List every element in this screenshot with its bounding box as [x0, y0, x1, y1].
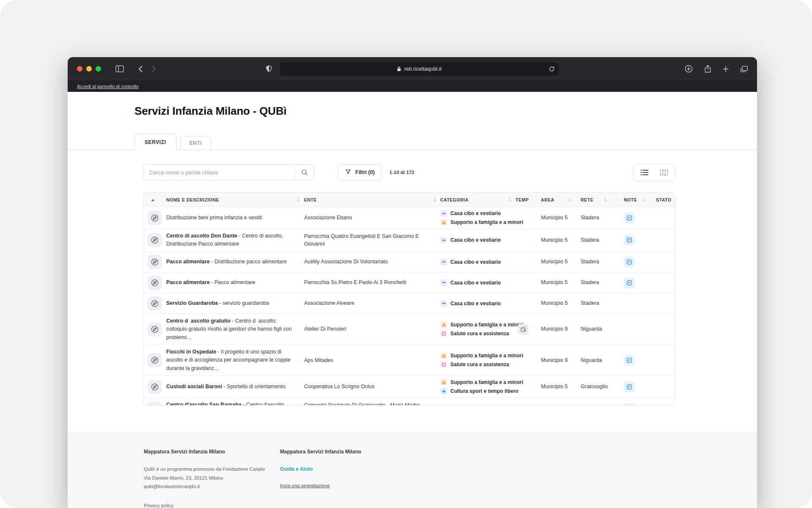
service-name: Pacco alimentare - Distribuzione pacco a…	[166, 258, 298, 266]
triangle-icon	[440, 352, 447, 359]
category-list: Casa cibo e vestiario	[440, 279, 516, 286]
desktop-background: reti.ricettaqubi.it	[0, 0, 812, 508]
calendar-icon[interactable]	[518, 324, 529, 335]
minus-icon	[440, 259, 447, 265]
note-icon[interactable]	[624, 235, 635, 246]
category-tag: Casa cibo e vestiario	[440, 210, 501, 217]
service-name: Centro d ascolto gratuito - Centro d asc…	[166, 317, 304, 342]
toolbar: Filtri (0) 1-10 di 172	[143, 163, 675, 181]
table-row[interactable]: Distribuzione beni prima infanzia e vest…	[143, 207, 675, 229]
table-row[interactable]: Centro di ascolto Don Dante - Centro di …	[143, 229, 675, 252]
tab-bar: SERVIZI ENTI	[134, 134, 757, 150]
page-title: Servizi Infanzia Milano - QUBì	[134, 105, 757, 118]
sort-carets-icon	[433, 197, 436, 202]
category-tag: Supporto a famiglia e a minori	[440, 352, 523, 359]
ente-name: Cooperativa Lo Scrigno Onlus	[304, 383, 387, 391]
column-header-note[interactable]: NOTE	[611, 197, 650, 202]
area-value: Municipio 9	[541, 325, 568, 333]
downloads-icon[interactable]	[685, 65, 693, 73]
column-header-nome[interactable]: NOME E DESCRIZIONE	[166, 197, 304, 202]
table-row[interactable]: Fiocchi in Ospedale - Il progetto è uno …	[143, 345, 675, 376]
map-view-icon[interactable]	[660, 169, 668, 176]
search-icon[interactable]	[294, 165, 314, 180]
column-header-rete[interactable]: RETE	[576, 197, 611, 202]
note-icon[interactable]	[624, 257, 635, 268]
service-leaf-icon	[148, 322, 162, 337]
footer-line: QuBì è un programma promosso da Fondazio…	[144, 465, 280, 474]
rete-value: Stadera	[581, 258, 599, 266]
table-row[interactable]: Centro d ascolto gratuito - Centro d asc…	[143, 314, 675, 345]
area-value: Municipio 5	[541, 258, 568, 266]
area-value: Municipio 5	[541, 236, 568, 244]
search-box	[143, 164, 314, 180]
privacy-shield-icon[interactable]	[266, 65, 272, 72]
window-controls	[77, 66, 101, 72]
category-tag: Casa cibo e vestiario	[440, 279, 501, 286]
report-link[interactable]: Invia una segnalazione	[280, 483, 361, 488]
browser-titlebar: reti.ricettaqubi.it	[68, 57, 757, 80]
service-leaf-icon	[148, 255, 162, 269]
new-tab-icon[interactable]	[723, 66, 729, 72]
privacy-policy-link[interactable]: Privacy policy	[144, 503, 280, 508]
forward-icon[interactable]	[152, 66, 156, 72]
footer-line: Via Daniele Manin, 23, 20121 Milano	[144, 474, 280, 483]
table-row[interactable]: Servizio Guardaroba - servizio guardarob…	[143, 293, 675, 314]
category-tag: Salute cura e assistenza	[440, 330, 509, 337]
sidebar-toggle-icon[interactable]	[115, 65, 124, 72]
reload-icon[interactable]	[549, 66, 555, 72]
filters-button[interactable]: Filtri (0)	[338, 164, 382, 180]
tab-overview-icon[interactable]	[741, 66, 748, 72]
triangle-icon	[440, 321, 447, 328]
table-row[interactable]: Pacco alimentare - Pacco alimentare Parr…	[143, 273, 675, 293]
sort-indicator-cell[interactable]	[143, 197, 166, 202]
column-header-area[interactable]: AREA	[535, 197, 576, 202]
page-head: Servizi Infanzia Milano - QUBì SERVIZI E…	[68, 92, 757, 150]
note-icon[interactable]	[624, 403, 635, 406]
category-list: Supporto a famiglia e a minoriSalute cur…	[440, 321, 516, 337]
triangle-icon	[440, 379, 447, 386]
list-view-icon[interactable]	[640, 169, 649, 176]
column-header-ente[interactable]: ENTE	[304, 197, 440, 202]
service-leaf-icon	[148, 380, 162, 394]
zoom-window-button[interactable]	[96, 66, 101, 72]
sort-carets-icon	[297, 197, 300, 202]
service-leaf-icon	[148, 276, 162, 290]
minimize-window-button[interactable]	[86, 66, 92, 72]
search-input[interactable]	[143, 165, 294, 180]
results-count: 1-10 di 172	[390, 170, 414, 175]
area-value: Municipio 5	[541, 299, 568, 307]
note-icon[interactable]	[624, 277, 635, 288]
minus-icon	[440, 279, 447, 286]
tab-servizi[interactable]: SERVIZI	[134, 134, 176, 150]
table-row[interactable]: Pacco alimentare - Distribuzione pacco a…	[143, 252, 675, 273]
table-row[interactable]: Custodi sociali Baroni - Sportello di or…	[143, 376, 675, 398]
address-bar[interactable]: reti.ricettaqubi.it	[280, 62, 559, 76]
category-list: Casa cibo e vestiario	[440, 259, 516, 265]
funnel-icon	[345, 168, 351, 176]
ente-name: Atelier Di Pensieri	[304, 325, 358, 333]
note-icon[interactable]	[624, 355, 635, 366]
note-icon[interactable]	[624, 213, 635, 224]
help-link[interactable]: Guida e Aiuto	[280, 466, 313, 472]
category-tag: Cultura sport e tempo libero	[440, 388, 518, 395]
table-row[interactable]: Centro d'ascolto San Barnaba - Centro d'…	[143, 398, 675, 406]
rete-value: Stadera	[581, 299, 599, 307]
column-header-stato[interactable]: STATO	[650, 197, 675, 202]
rete-value: Gratosoglio	[581, 383, 608, 391]
back-icon[interactable]	[138, 66, 143, 72]
sort-carets-icon	[604, 197, 607, 202]
column-header-categoria[interactable]: CATEGORIA	[440, 197, 516, 202]
tab-enti[interactable]: ENTI	[181, 136, 211, 150]
share-icon[interactable]	[705, 65, 711, 73]
admin-panel-link[interactable]: Accedi al pannello di controllo	[77, 84, 139, 89]
category-list: Casa cibo e vestiario	[440, 300, 516, 307]
sort-carets-icon	[568, 197, 571, 202]
ente-name: Aps Mitades	[304, 356, 345, 364]
area-value: Municipio 5	[541, 214, 568, 222]
note-icon[interactable]	[624, 381, 635, 392]
service-name: Fiocchi in Ospedale - Il progetto è uno …	[166, 348, 304, 373]
area-value: Municipio 5	[541, 279, 568, 287]
column-header-temp[interactable]: TEMP	[516, 197, 535, 202]
browser-window: reti.ricettaqubi.it	[68, 57, 757, 508]
close-window-button[interactable]	[77, 66, 82, 72]
